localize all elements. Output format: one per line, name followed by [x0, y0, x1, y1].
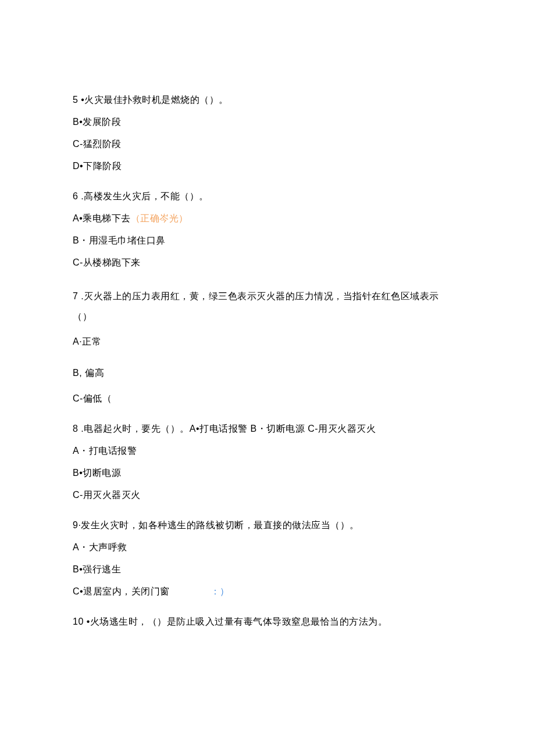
question-9: 9·发生火灾时，如各种逃生的路线被切断，最直接的做法应当（）。 A・大声呼救 B… — [73, 518, 454, 599]
question-number: 9 — [73, 520, 78, 530]
option: C•退居室内，关闭门窗：） — [73, 585, 454, 599]
option: A•乘电梯下去（正确岑光） — [73, 212, 454, 225]
question-6: 6 .高楼发生火灾后，不能（）。 A•乘电梯下去（正确岑光） B・用湿毛巾堵住口… — [73, 189, 454, 270]
answer-annotation: （正确岑光） — [131, 213, 188, 223]
option: B•强行逃生 — [73, 562, 454, 576]
option: B・用湿毛巾堵住口鼻 — [73, 234, 454, 248]
answer-annotation: ：） — [211, 586, 230, 596]
question-8: 8 .电器起火时，要先（）。A•打电话报警 B・切断电源 C-用灭火器灭火 A・… — [73, 422, 454, 502]
option: A・打电话报警 — [73, 444, 454, 458]
question-number: 10 — [73, 617, 84, 626]
question-stem: 5 •火灾最佳扑救时机是燃烧的（）。 — [73, 93, 454, 107]
option: B•切断电源 — [73, 466, 454, 480]
question-10: 10 •火场逃生时，（）是防止吸入过量有毒气体导致窒息最恰当的方法为。 — [73, 615, 454, 629]
question-stem: 7 .灭火器上的压力表用红，黄，绿三色表示灭火器的压力情况，当指针在红色区域表示… — [73, 286, 454, 327]
option: C-从楼梯跑下来 — [73, 256, 454, 270]
option: A・大声呼救 — [73, 540, 454, 554]
option: C-猛烈阶段 — [73, 137, 454, 151]
question-number: 6 — [73, 191, 78, 201]
question-number: 7 — [73, 291, 78, 301]
question-stem: 10 •火场逃生时，（）是防止吸入过量有毒气体导致窒息最恰当的方法为。 — [73, 615, 454, 629]
question-number: 5 — [73, 95, 78, 105]
question-stem: 6 .高楼发生火灾后，不能（）。 — [73, 189, 454, 203]
document-page: 5 •火灾最佳扑救时机是燃烧的（）。 B•发展阶段 C-猛烈阶段 D•下降阶段 … — [0, 0, 535, 756]
question-7: 7 .灭火器上的压力表用红，黄，绿三色表示灭火器的压力情况，当指针在红色区域表示… — [73, 286, 454, 406]
option: A·正常 — [73, 335, 454, 349]
option: B, 偏高 — [73, 366, 454, 380]
option: B•发展阶段 — [73, 115, 454, 129]
option: C-用灭火器灭火 — [73, 488, 454, 502]
question-5: 5 •火灾最佳扑救时机是燃烧的（）。 B•发展阶段 C-猛烈阶段 D•下降阶段 — [73, 93, 454, 173]
option: C-偏低（ — [73, 392, 454, 406]
question-number: 8 — [73, 424, 78, 433]
question-stem: 8 .电器起火时，要先（）。A•打电话报警 B・切断电源 C-用灭火器灭火 — [73, 422, 454, 436]
option: D•下降阶段 — [73, 159, 454, 173]
question-stem: 9·发生火灾时，如各种逃生的路线被切断，最直接的做法应当（）。 — [73, 518, 454, 532]
